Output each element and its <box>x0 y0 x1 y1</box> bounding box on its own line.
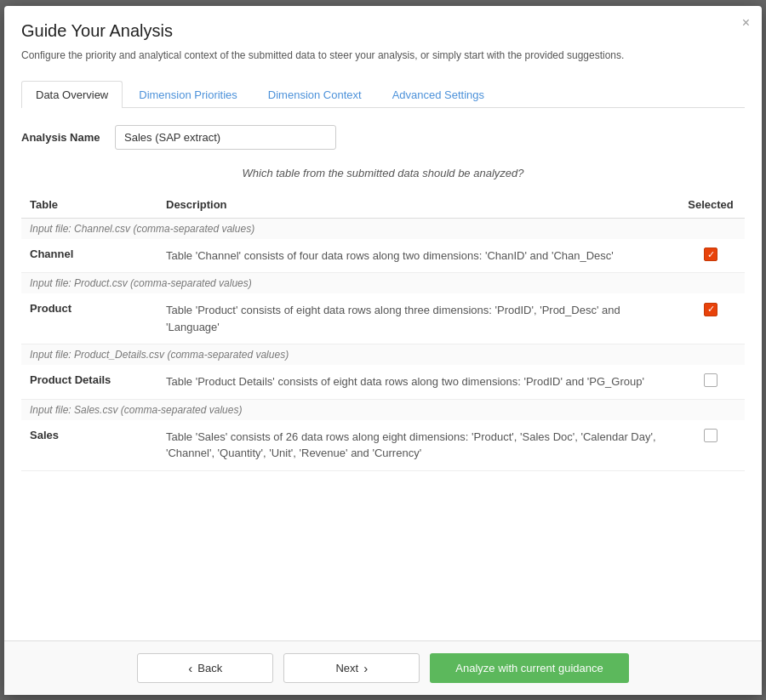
row-selected[interactable] <box>677 365 745 399</box>
back-chevron-icon <box>188 661 192 675</box>
col-header-description: Description <box>157 191 677 219</box>
checkbox-checked-icon[interactable]: ✓ <box>704 303 717 316</box>
checkbox-unchecked-icon[interactable] <box>704 373 717 387</box>
back-label: Back <box>197 662 222 674</box>
next-chevron-icon <box>363 661 368 675</box>
table-row: Sales Table 'Sales' consists of 26 data … <box>21 420 745 471</box>
col-header-selected: Selected <box>677 191 745 219</box>
row-table-name: Channel <box>21 239 157 273</box>
row-description: Table 'Product Details' consists of eigh… <box>157 365 677 399</box>
table-question: Which table from the submitted data shou… <box>21 167 745 179</box>
section-header-1: Input file: Product.csv (comma-separated… <box>21 273 745 294</box>
section-label: Input file: Product.csv (comma-separated… <box>21 273 745 294</box>
row-description: Table 'Channel' consists of four data ro… <box>157 239 677 273</box>
row-selected[interactable] <box>677 420 745 471</box>
data-table: Table Description Selected Input file: C… <box>21 191 745 471</box>
row-selected[interactable]: ✓ <box>677 239 745 273</box>
analyze-button[interactable]: Analyze with current guidance <box>430 653 628 683</box>
next-button[interactable]: Next <box>283 653 420 683</box>
dialog-subtitle: Configure the priority and analytical co… <box>21 48 745 63</box>
table-row: Channel Table 'Channel' consists of four… <box>21 239 745 273</box>
section-label: Input file: Channel.csv (comma-separated… <box>21 218 745 239</box>
tab-bar: Data Overview Dimension Priorities Dimen… <box>21 80 745 108</box>
row-table-name: Product Details <box>21 365 157 399</box>
analysis-name-label: Analysis Name <box>21 131 115 144</box>
table-row: Product Details Table 'Product Details' … <box>21 365 745 399</box>
tab-dimension-priorities[interactable]: Dimension Priorities <box>124 81 252 108</box>
row-description: Table 'Product' consists of eight data r… <box>157 293 677 344</box>
section-label: Input file: Product_Details.csv (comma-s… <box>21 344 745 366</box>
checkbox-unchecked-icon[interactable] <box>704 429 717 442</box>
table-row: Product Table 'Product' consists of eigh… <box>21 293 745 344</box>
row-table-name: Product <box>21 293 157 344</box>
dialog-body: Analysis Name Which table from the submi… <box>4 108 762 640</box>
tab-data-overview[interactable]: Data Overview <box>21 81 123 108</box>
section-header-0: Input file: Channel.csv (comma-separated… <box>21 218 745 239</box>
section-header-2: Input file: Product_Details.csv (comma-s… <box>21 344 745 366</box>
analysis-name-input[interactable] <box>115 125 336 150</box>
dialog-title: Guide Your Analysis <box>21 21 745 41</box>
back-button[interactable]: Back <box>137 653 273 683</box>
close-button[interactable]: × <box>742 16 750 30</box>
row-description: Table 'Sales' consists of 26 data rows a… <box>157 420 677 471</box>
tab-dimension-context[interactable]: Dimension Context <box>254 81 376 108</box>
section-label: Input file: Sales.csv (comma-separated v… <box>21 399 745 420</box>
next-label: Next <box>335 662 358 674</box>
col-header-table: Table <box>21 191 157 219</box>
section-header-3: Input file: Sales.csv (comma-separated v… <box>21 399 745 420</box>
dialog-footer: Back Next Analyze with current guidance <box>4 640 762 695</box>
row-selected[interactable]: ✓ <box>677 293 745 344</box>
guide-analysis-dialog: Guide Your Analysis Configure the priori… <box>4 6 762 695</box>
dialog-header: Guide Your Analysis Configure the priori… <box>4 6 762 71</box>
tab-advanced-settings[interactable]: Advanced Settings <box>378 81 499 108</box>
analysis-name-row: Analysis Name <box>21 125 745 150</box>
row-table-name: Sales <box>21 420 157 471</box>
checkbox-checked-icon[interactable]: ✓ <box>704 248 717 261</box>
